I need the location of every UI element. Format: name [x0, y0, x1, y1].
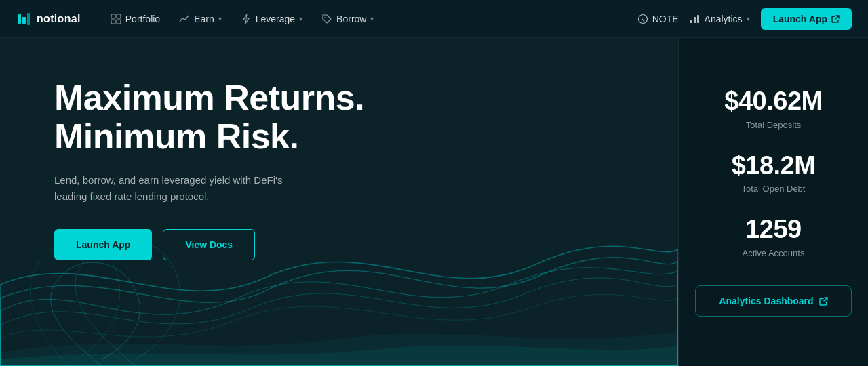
tag-icon — [321, 14, 332, 24]
logo-icon — [16, 12, 31, 26]
hero-title-line2: Minimum Risk. — [54, 117, 298, 156]
svg-rect-10 — [690, 20, 692, 23]
nav-portfolio-label: Portfolio — [125, 14, 160, 24]
note-icon: N — [637, 14, 648, 24]
nav-right: N NOTE Analytics ▾ Launch App — [637, 8, 852, 30]
svg-text:N: N — [641, 17, 644, 22]
borrow-chevron-icon: ▾ — [370, 15, 374, 22]
svg-rect-12 — [697, 15, 699, 23]
hero-launch-button[interactable]: Launch App — [54, 229, 152, 260]
svg-point-7 — [325, 16, 326, 18]
svg-rect-6 — [117, 20, 121, 24]
hero-docs-button[interactable]: View Docs — [163, 229, 255, 260]
total-deposits-value: $40.62M — [724, 87, 822, 116]
analytics-external-link-icon — [819, 297, 828, 306]
lightning-icon — [241, 14, 252, 24]
stat-total-open-debt: $18.2M Total Open Debt — [732, 152, 816, 195]
nav-analytics[interactable]: Analytics ▾ — [690, 14, 750, 24]
stats-panel: $40.62M Total Deposits $18.2M Total Open… — [678, 38, 868, 366]
nav-links: Portfolio Earn ▾ Leverage ▾ Borrow ▾ — [102, 9, 637, 28]
svg-rect-0 — [18, 14, 21, 24]
total-open-debt-label: Total Open Debt — [732, 184, 816, 194]
grid-icon — [111, 14, 121, 24]
leverage-chevron-icon: ▾ — [299, 15, 302, 22]
svg-rect-1 — [22, 17, 26, 24]
svg-rect-2 — [27, 13, 30, 25]
hero-subtitle: Lend, borrow, and earn leveraged yield w… — [54, 172, 312, 205]
analytics-icon — [690, 14, 701, 24]
svg-rect-11 — [694, 17, 696, 23]
svg-rect-5 — [111, 20, 115, 24]
nav-item-borrow[interactable]: Borrow ▾ — [313, 9, 382, 28]
nav-launch-button[interactable]: Launch App — [761, 8, 852, 30]
analytics-label: Analytics — [705, 14, 743, 24]
nav-leverage-label: Leverage — [256, 14, 295, 24]
nav-item-earn[interactable]: Earn ▾ — [171, 9, 230, 28]
note-label: NOTE — [652, 14, 679, 24]
svg-rect-3 — [111, 14, 115, 18]
nav-launch-label: Launch App — [773, 14, 827, 24]
analytics-dashboard-label: Analytics Dashboard — [719, 296, 813, 306]
chart-up-icon — [179, 14, 190, 24]
hero-section: Maximum Returns. Minimum Risk. Lend, bor… — [0, 38, 678, 366]
logo[interactable]: notional — [16, 12, 81, 26]
active-accounts-value: 1259 — [743, 216, 805, 244]
nav-note[interactable]: N NOTE — [637, 14, 679, 24]
active-accounts-label: Active Accounts — [743, 248, 805, 258]
nav-earn-label: Earn — [194, 14, 214, 24]
nav-item-leverage[interactable]: Leverage ▾ — [233, 9, 311, 28]
logo-text: notional — [37, 13, 81, 25]
nav-item-portfolio[interactable]: Portfolio — [102, 9, 168, 28]
earn-chevron-icon: ▾ — [218, 15, 222, 22]
hero-title-line1: Maximum Returns. — [54, 78, 364, 117]
total-deposits-label: Total Deposits — [724, 120, 822, 130]
hero-title: Maximum Returns. Minimum Risk. — [54, 79, 637, 156]
external-link-icon — [831, 15, 840, 23]
navbar: notional Portfolio Earn ▾ Leverag — [0, 0, 868, 38]
svg-rect-4 — [117, 14, 121, 18]
stat-active-accounts: 1259 Active Accounts — [743, 216, 805, 258]
main-content: Maximum Returns. Minimum Risk. Lend, bor… — [0, 38, 868, 366]
total-open-debt-value: $18.2M — [732, 152, 816, 180]
hero-buttons: Launch App View Docs — [54, 229, 637, 260]
stat-total-deposits: $40.62M Total Deposits — [724, 87, 822, 130]
nav-borrow-label: Borrow — [336, 14, 366, 24]
analytics-chevron-icon: ▾ — [747, 15, 750, 22]
analytics-dashboard-button[interactable]: Analytics Dashboard — [695, 285, 852, 317]
